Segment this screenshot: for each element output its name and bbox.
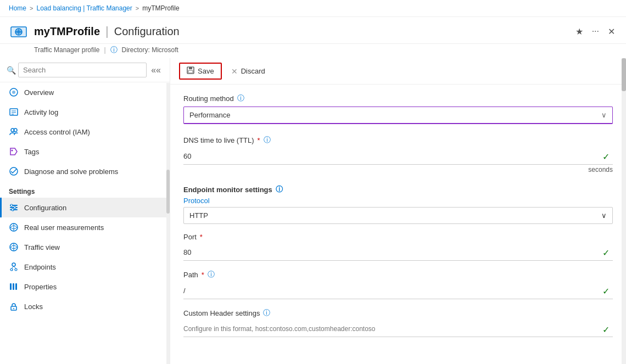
sidebar-item-label: Endpoints [24,263,56,271]
search-bar: 🔍 «« [0,58,170,82]
breadcrumb-loadbalancing[interactable]: Load balancing | Traffic Manager [36,4,132,12]
breadcrumb-profile: myTMProfile [142,4,179,12]
search-input[interactable] [18,63,147,77]
routing-method-group: Routing method ⓘ Performance ∨ [183,93,613,124]
save-button[interactable]: Save [179,63,222,80]
svg-rect-32 [10,283,12,290]
protocol-select[interactable]: HTTP ∨ [183,207,613,224]
path-label: Path * ⓘ [183,270,613,279]
path-group: Path * ⓘ ✓ [183,270,613,299]
port-input-wrap: ✓ [183,244,613,261]
path-required: * [202,271,204,279]
svg-rect-39 [188,70,193,73]
svg-point-7 [12,91,15,94]
routing-method-select[interactable]: Performance ∨ [183,107,613,124]
close-button[interactable]: ✕ [606,24,617,39]
sidebar-item-label: Traffic view [24,243,60,251]
content-scrollbar [622,58,626,364]
sidebar-item-traffic-view[interactable]: Traffic view [0,237,170,257]
sidebar-item-overview[interactable]: Overview [0,82,170,102]
endpoint-monitor-info-icon[interactable]: ⓘ [276,184,283,194]
routing-method-label: Routing method ⓘ [183,93,613,103]
content-scroll-thumb[interactable] [622,58,626,91]
dns-ttl-label: DNS time to live (TTL) * ⓘ [183,135,613,145]
page-header: myTMProfile | Configuration ★ ··· ✕ [0,17,626,44]
discard-button[interactable]: ✕ Discard [224,64,272,79]
endpoints-icon [9,262,19,272]
custom-header-input[interactable] [183,321,613,337]
sidebar-item-configuration[interactable]: Configuration [0,198,170,217]
diagnose-icon [9,166,19,176]
sidebar-item-activity-log[interactable]: Activity log [0,102,170,122]
tags-icon [9,147,19,156]
sidebar-item-label: Access control (IAM) [24,128,90,136]
discard-label: Discard [241,67,265,75]
custom-header-info-icon[interactable]: ⓘ [263,308,270,318]
sidebar-item-label: Properties [24,283,57,291]
close-icon: ✕ [608,26,615,37]
protocol-value: HTTP [189,211,208,220]
favorite-button[interactable]: ★ [573,24,585,39]
routing-method-value: Performance [189,111,230,119]
resource-type-label: Traffic Manager profile [34,46,99,54]
save-label: Save [198,67,214,75]
save-icon [187,66,194,76]
resource-name: myTMProfile [34,25,100,38]
sidebar-item-label: Tags [24,148,39,156]
star-icon: ★ [575,26,583,37]
routing-method-info-icon[interactable]: ⓘ [237,93,244,103]
sidebar-item-real-user[interactable]: Real user measurements [0,217,170,237]
port-group: Port * ✓ [183,233,613,261]
collapse-sidebar-button[interactable]: «« [149,64,163,76]
toolbar: Save ✕ Discard [170,58,626,85]
port-required: * [200,233,203,241]
port-input[interactable] [183,244,613,261]
sidebar-item-label: Overview [24,88,54,97]
more-options-button[interactable]: ··· [590,24,601,38]
header-divider: | [105,24,109,38]
path-input[interactable] [183,283,613,299]
dns-ttl-check-icon: ✓ [602,152,610,162]
path-info-icon[interactable]: ⓘ [208,270,215,279]
svg-point-27 [12,263,15,266]
endpoint-monitor-title: Endpoint monitor settings ⓘ [183,184,613,194]
sidebar-item-locks[interactable]: Locks [0,296,170,316]
sidebar-item-properties[interactable]: Properties [0,277,170,296]
sidebar-item-label: Configuration [24,204,66,212]
svg-point-20 [10,204,13,206]
protocol-chevron: ∨ [601,211,607,220]
ellipsis-icon: ··· [592,26,599,36]
sidebar-item-endpoints[interactable]: Endpoints [0,257,170,277]
breadcrumb-home[interactable]: Home [9,4,26,12]
search-icon: 🔍 [7,66,16,75]
sidebar-scroll-thumb[interactable] [166,170,170,214]
info-icon: ⓘ [110,45,118,55]
dns-ttl-input[interactable] [183,148,613,165]
locks-icon [9,301,19,311]
sidebar-item-label: Activity log [24,108,58,116]
custom-header-check-icon: ✓ [602,324,610,334]
sidebar-scrollbar [166,83,170,364]
sidebar-item-access-control[interactable]: Access control (IAM) [0,122,170,142]
custom-header-label: Custom Header settings ⓘ [183,308,613,318]
dns-ttl-required: * [258,136,260,144]
configuration-icon [9,203,19,212]
svg-rect-34 [15,283,17,290]
properties-icon [9,282,19,292]
sidebar-item-tags[interactable]: Tags [0,142,170,161]
resource-icon [9,21,29,41]
settings-section-label: Settings [0,181,170,198]
breadcrumb-sep1: > [30,5,33,12]
content-area: Save ✕ Discard Routing method ⓘ Performa… [170,58,626,364]
svg-point-21 [14,206,16,209]
dns-ttl-info-icon[interactable]: ⓘ [264,135,271,145]
discard-icon: ✕ [231,67,238,76]
real-user-icon [9,222,19,232]
dns-ttl-input-wrap: ✓ [183,148,613,165]
svg-point-28 [10,268,13,271]
path-check-icon: ✓ [602,286,610,296]
sidebar-item-diagnose[interactable]: Diagnose and solve problems [0,161,170,181]
sidebar-item-label: Real user measurements [24,223,104,232]
sub-header: Traffic Manager profile | ⓘ Directory: M… [0,44,626,58]
port-label: Port * [183,233,613,241]
